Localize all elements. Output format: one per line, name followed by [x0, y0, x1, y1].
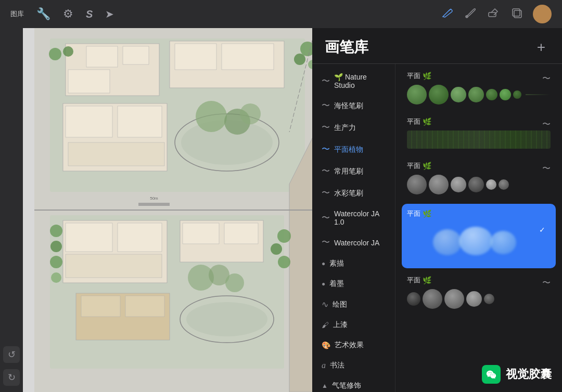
redo-button[interactable]: ↻: [3, 369, 20, 386]
svg-rect-37: [81, 296, 120, 317]
category-drawing[interactable]: ∿ 绘图: [314, 294, 393, 315]
preview-row-selected[interactable]: 平面🌿 ✓: [402, 204, 556, 268]
watercolor-preview-bg: ✓: [407, 221, 551, 263]
svg-rect-35: [66, 254, 162, 278]
user-avatar[interactable]: [533, 5, 552, 23]
svg-rect-3: [513, 9, 520, 16]
brush-icon-wja: 〜: [322, 237, 330, 248]
preview-label-1: 平面🌿: [407, 71, 551, 81]
category-calligraphy[interactable]: a 书法: [314, 356, 393, 375]
svg-point-49: [271, 243, 282, 255]
svg-point-40: [186, 302, 267, 336]
svg-rect-17: [118, 106, 162, 137]
category-sea-brush[interactable]: 〜 海怪笔刷: [314, 95, 393, 116]
svg-point-48: [277, 229, 291, 243]
svg-point-24: [49, 48, 61, 60]
category-label: Watercolor JA: [334, 239, 379, 247]
category-nature-studio[interactable]: 〜 🌱 Nature Studio: [314, 68, 393, 95]
svg-point-46: [50, 256, 62, 268]
brush-icon-art: 🎨: [322, 341, 330, 349]
category-watercolor-brush[interactable]: 〜 水彩笔刷: [314, 182, 393, 204]
svg-point-45: [50, 241, 62, 252]
add-brush-button[interactable]: +: [533, 39, 550, 56]
grey-tree-1: [407, 175, 427, 194]
category-paint[interactable]: 🖌 上漆: [314, 315, 393, 335]
preview-chevron-2: 〜: [542, 119, 551, 130]
preview-label-5: 平面🌿: [407, 276, 551, 285]
tree-line: [526, 94, 551, 95]
pencil-tool-icon[interactable]: [441, 6, 454, 22]
category-watercolor-ja-1[interactable]: 〜 Watercolor JA 1.0: [314, 204, 393, 231]
watermark-text: 视觉胶囊: [506, 367, 552, 382]
grey-tree-preview-2: [407, 287, 551, 311]
preview-section-selected: 平面🌿 ✓: [402, 204, 556, 268]
brush-tool-icon[interactable]: [464, 6, 477, 22]
preview-chevron-1: 〜: [542, 73, 551, 84]
svg-rect-34: [118, 223, 162, 252]
preview-label-3: 平面🌿: [407, 161, 551, 171]
text-icon[interactable]: S: [86, 8, 93, 20]
wrench-icon[interactable]: 🔧: [36, 7, 50, 21]
svg-rect-16: [66, 106, 112, 137]
left-sidebar: ↺ ↻: [0, 28, 23, 392]
tree-5: [486, 89, 497, 100]
category-flat-plants[interactable]: 〜 平面植物: [314, 139, 393, 160]
preview-row-2[interactable]: 平面🌿 〜: [402, 114, 556, 154]
svg-point-50: [278, 256, 290, 268]
brush-panel-body: 〜 🌱 Nature Studio 〜 海怪笔刷 〜 生产力 〜 平面植物 〜 …: [312, 64, 562, 392]
preview-section-5: 平面🌿 〜: [402, 272, 556, 314]
wechat-icon: [482, 365, 501, 384]
svg-rect-4: [514, 10, 521, 18]
category-sketch[interactable]: ● 素描: [314, 254, 393, 273]
brush-icon-watercolor: 〜: [322, 188, 330, 199]
svg-point-25: [63, 46, 73, 57]
svg-rect-10: [123, 46, 149, 64]
preview-section-1: 平面🌿 〜: [402, 68, 556, 110]
category-productivity[interactable]: 〜 生产力: [314, 117, 393, 138]
svg-point-47: [51, 272, 61, 283]
category-label: 绘图: [333, 300, 347, 309]
brush-icon-air: ▲: [322, 382, 328, 389]
selected-check: ✓: [539, 226, 545, 234]
svg-point-27: [294, 54, 305, 65]
svg-point-53: [225, 273, 244, 292]
category-label: 平面植物: [334, 145, 363, 154]
preview-row-3[interactable]: 平面🌿 〜: [402, 158, 556, 200]
brush-icon-calli: a: [322, 361, 326, 370]
svg-rect-18: [68, 142, 164, 166]
eraser-icon[interactable]: [487, 6, 500, 22]
category-label: 素描: [329, 259, 344, 268]
category-common[interactable]: 〜 常用笔刷: [314, 161, 393, 182]
tree-7: [513, 90, 521, 99]
category-watercolor-ja[interactable]: 〜 Watercolor JA: [314, 232, 393, 253]
category-label: Watercolor JA 1.0: [334, 210, 386, 226]
brush-icon-paint: 🖌: [322, 321, 329, 329]
category-label: 气笔修饰: [332, 381, 361, 390]
category-art-effects[interactable]: 🎨 艺术效果: [314, 335, 393, 355]
top-toolbar: 图库 🔧 ⚙ S ➤: [0, 0, 562, 28]
category-airbrush[interactable]: ▲ 气笔修饰: [314, 376, 393, 392]
category-ink[interactable]: ● 着墨: [314, 274, 393, 294]
toolbar-left: 图库 🔧 ⚙ S ➤: [10, 7, 114, 21]
preview-row-5[interactable]: 平面🌿 〜: [402, 272, 556, 314]
svg-rect-11: [68, 70, 110, 93]
settings-icon[interactable]: ⚙: [63, 7, 73, 21]
brush-category-list: 〜 🌱 Nature Studio 〜 海怪笔刷 〜 生产力 〜 平面植物 〜 …: [312, 64, 395, 392]
category-label: 🌱 Nature Studio: [334, 73, 386, 89]
preview-row-1[interactable]: 平面🌿 〜: [402, 68, 556, 110]
preview-label-selected: 平面🌿: [407, 209, 431, 218]
svg-text:50m: 50m: [150, 196, 158, 201]
category-label: 水彩笔刷: [334, 189, 363, 198]
gallery-button[interactable]: 图库: [10, 9, 24, 19]
blob-1: [433, 229, 462, 255]
transform-icon[interactable]: ➤: [105, 8, 114, 20]
brush-panel: 画笔库 + 〜 🌱 Nature Studio 〜 海怪笔刷 〜 生产力 〜 平…: [312, 28, 562, 392]
undo-button[interactable]: ↺: [3, 346, 20, 363]
tree-1: [407, 85, 427, 104]
canvas-area[interactable]: 50m: [23, 28, 335, 392]
category-label: 海怪笔刷: [334, 101, 363, 111]
svg-rect-54: [138, 203, 170, 206]
layers-icon[interactable]: [510, 6, 522, 22]
svg-rect-38: [125, 296, 164, 317]
grey-tree-5: [486, 179, 496, 190]
